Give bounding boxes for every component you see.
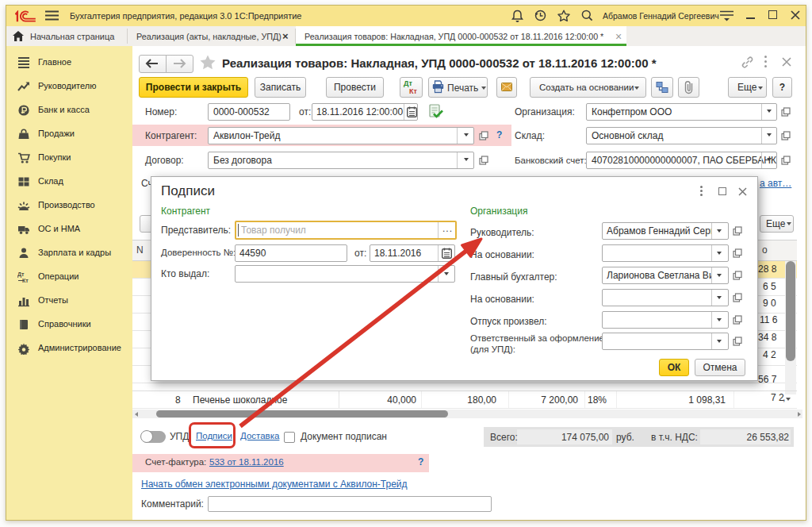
svg-text:Дт: Дт (17, 271, 25, 278)
